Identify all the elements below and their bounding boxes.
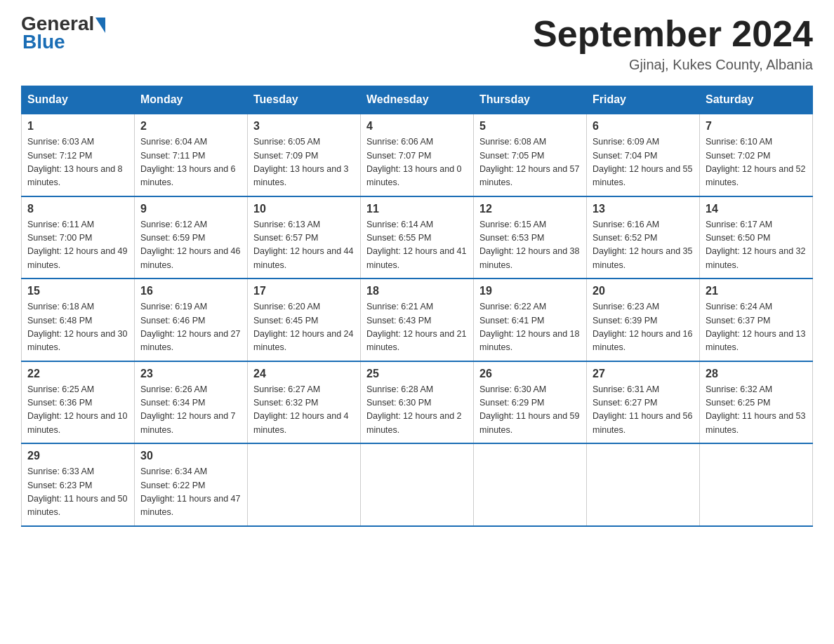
col-header-tuesday: Tuesday — [248, 86, 361, 114]
calendar-cell — [587, 443, 700, 526]
calendar-cell: 16Sunrise: 6:19 AMSunset: 6:46 PMDayligh… — [135, 279, 248, 361]
calendar-cell — [248, 443, 361, 526]
day-info: Sunrise: 6:21 AMSunset: 6:43 PMDaylight:… — [366, 300, 468, 355]
calendar-cell: 4Sunrise: 6:06 AMSunset: 7:07 PMDaylight… — [361, 114, 474, 196]
calendar-cell: 2Sunrise: 6:04 AMSunset: 7:11 PMDaylight… — [135, 114, 248, 196]
day-number: 23 — [140, 368, 241, 380]
day-number: 22 — [27, 368, 128, 380]
day-info: Sunrise: 6:31 AMSunset: 6:27 PMDaylight:… — [593, 383, 694, 438]
location-subtitle: Gjinaj, Kukes County, Albania — [533, 57, 813, 73]
day-info: Sunrise: 6:30 AMSunset: 6:29 PMDaylight:… — [479, 383, 581, 438]
day-info: Sunrise: 6:27 AMSunset: 6:32 PMDaylight:… — [253, 383, 355, 438]
day-info: Sunrise: 6:11 AMSunset: 7:00 PMDaylight:… — [27, 218, 128, 273]
day-number: 16 — [140, 285, 241, 297]
calendar-table: SundayMondayTuesdayWednesdayThursdayFrid… — [21, 86, 813, 527]
calendar-cell: 30Sunrise: 6:34 AMSunset: 6:22 PMDayligh… — [135, 443, 248, 526]
calendar-cell: 18Sunrise: 6:21 AMSunset: 6:43 PMDayligh… — [361, 279, 474, 361]
day-number: 14 — [706, 203, 807, 215]
day-number: 11 — [366, 203, 468, 215]
day-number: 9 — [140, 203, 241, 215]
day-number: 24 — [253, 368, 355, 380]
calendar-cell — [361, 443, 474, 526]
day-number: 8 — [27, 203, 128, 215]
calendar-cell: 23Sunrise: 6:26 AMSunset: 6:34 PMDayligh… — [135, 361, 248, 444]
calendar-cell: 10Sunrise: 6:13 AMSunset: 6:57 PMDayligh… — [248, 196, 361, 279]
day-info: Sunrise: 6:05 AMSunset: 7:09 PMDaylight:… — [253, 135, 355, 190]
logo-arrow-icon — [95, 18, 105, 33]
logo-blue-text: Blue — [22, 31, 65, 53]
logo: General Blue — [21, 14, 107, 53]
day-number: 17 — [253, 285, 355, 297]
calendar-cell: 3Sunrise: 6:05 AMSunset: 7:09 PMDaylight… — [248, 114, 361, 196]
col-header-monday: Monday — [135, 86, 248, 114]
day-number: 6 — [593, 120, 694, 133]
col-header-thursday: Thursday — [474, 86, 587, 114]
calendar-cell: 21Sunrise: 6:24 AMSunset: 6:37 PMDayligh… — [700, 279, 813, 361]
month-title: September 2024 — [533, 14, 813, 54]
day-info: Sunrise: 6:33 AMSunset: 6:23 PMDaylight:… — [27, 465, 128, 520]
calendar-cell: 25Sunrise: 6:28 AMSunset: 6:30 PMDayligh… — [361, 361, 474, 444]
calendar-cell: 19Sunrise: 6:22 AMSunset: 6:41 PMDayligh… — [474, 279, 587, 361]
calendar-cell: 7Sunrise: 6:10 AMSunset: 7:02 PMDaylight… — [700, 114, 813, 196]
day-number: 19 — [479, 285, 581, 297]
calendar-cell: 12Sunrise: 6:15 AMSunset: 6:53 PMDayligh… — [474, 196, 587, 279]
day-number: 18 — [366, 285, 468, 297]
calendar-cell: 24Sunrise: 6:27 AMSunset: 6:32 PMDayligh… — [248, 361, 361, 444]
day-info: Sunrise: 6:25 AMSunset: 6:36 PMDaylight:… — [27, 383, 128, 438]
day-number: 20 — [593, 285, 694, 297]
day-number: 26 — [479, 368, 581, 380]
calendar-cell: 22Sunrise: 6:25 AMSunset: 6:36 PMDayligh… — [22, 361, 135, 444]
day-info: Sunrise: 6:23 AMSunset: 6:39 PMDaylight:… — [593, 300, 694, 355]
calendar-cell: 26Sunrise: 6:30 AMSunset: 6:29 PMDayligh… — [474, 361, 587, 444]
day-info: Sunrise: 6:14 AMSunset: 6:55 PMDaylight:… — [366, 218, 468, 273]
col-header-saturday: Saturday — [700, 86, 813, 114]
day-number: 25 — [366, 368, 468, 380]
day-number: 13 — [593, 203, 694, 215]
day-info: Sunrise: 6:22 AMSunset: 6:41 PMDaylight:… — [479, 300, 581, 355]
day-info: Sunrise: 6:13 AMSunset: 6:57 PMDaylight:… — [253, 218, 355, 273]
calendar-header-row: SundayMondayTuesdayWednesdayThursdayFrid… — [22, 86, 813, 114]
day-info: Sunrise: 6:06 AMSunset: 7:07 PMDaylight:… — [366, 135, 468, 190]
day-number: 12 — [479, 203, 581, 215]
calendar-cell: 14Sunrise: 6:17 AMSunset: 6:50 PMDayligh… — [700, 196, 813, 279]
calendar-cell: 11Sunrise: 6:14 AMSunset: 6:55 PMDayligh… — [361, 196, 474, 279]
day-info: Sunrise: 6:16 AMSunset: 6:52 PMDaylight:… — [593, 218, 694, 273]
day-number: 30 — [140, 450, 241, 462]
calendar-cell: 17Sunrise: 6:20 AMSunset: 6:45 PMDayligh… — [248, 279, 361, 361]
day-number: 3 — [253, 120, 355, 133]
calendar-cell — [700, 443, 813, 526]
title-block: September 2024 Gjinaj, Kukes County, Alb… — [533, 14, 813, 73]
day-number: 15 — [27, 285, 128, 297]
day-number: 4 — [366, 120, 468, 133]
calendar-cell — [474, 443, 587, 526]
day-number: 21 — [706, 285, 807, 297]
calendar-cell: 28Sunrise: 6:32 AMSunset: 6:25 PMDayligh… — [700, 361, 813, 444]
day-number: 5 — [479, 120, 581, 133]
day-info: Sunrise: 6:09 AMSunset: 7:04 PMDaylight:… — [593, 135, 694, 190]
calendar-cell: 29Sunrise: 6:33 AMSunset: 6:23 PMDayligh… — [22, 443, 135, 526]
day-number: 27 — [593, 368, 694, 380]
col-header-wednesday: Wednesday — [361, 86, 474, 114]
day-info: Sunrise: 6:19 AMSunset: 6:46 PMDaylight:… — [140, 300, 241, 355]
day-info: Sunrise: 6:10 AMSunset: 7:02 PMDaylight:… — [706, 135, 807, 190]
day-info: Sunrise: 6:28 AMSunset: 6:30 PMDaylight:… — [366, 383, 468, 438]
day-info: Sunrise: 6:15 AMSunset: 6:53 PMDaylight:… — [479, 218, 581, 273]
calendar-cell: 13Sunrise: 6:16 AMSunset: 6:52 PMDayligh… — [587, 196, 700, 279]
col-header-sunday: Sunday — [22, 86, 135, 114]
page-header: General Blue September 2024 Gjinaj, Kuke… — [21, 14, 813, 73]
day-info: Sunrise: 6:04 AMSunset: 7:11 PMDaylight:… — [140, 135, 241, 190]
calendar-cell: 15Sunrise: 6:18 AMSunset: 6:48 PMDayligh… — [22, 279, 135, 361]
day-info: Sunrise: 6:20 AMSunset: 6:45 PMDaylight:… — [253, 300, 355, 355]
day-number: 2 — [140, 120, 241, 133]
day-number: 10 — [253, 203, 355, 215]
calendar-cell: 6Sunrise: 6:09 AMSunset: 7:04 PMDaylight… — [587, 114, 700, 196]
day-number: 29 — [27, 450, 128, 462]
day-number: 1 — [27, 120, 128, 133]
day-info: Sunrise: 6:26 AMSunset: 6:34 PMDaylight:… — [140, 383, 241, 438]
calendar-cell: 1Sunrise: 6:03 AMSunset: 7:12 PMDaylight… — [22, 114, 135, 196]
day-info: Sunrise: 6:18 AMSunset: 6:48 PMDaylight:… — [27, 300, 128, 355]
day-info: Sunrise: 6:24 AMSunset: 6:37 PMDaylight:… — [706, 300, 807, 355]
calendar-cell: 9Sunrise: 6:12 AMSunset: 6:59 PMDaylight… — [135, 196, 248, 279]
day-info: Sunrise: 6:03 AMSunset: 7:12 PMDaylight:… — [27, 135, 128, 190]
day-info: Sunrise: 6:12 AMSunset: 6:59 PMDaylight:… — [140, 218, 241, 273]
